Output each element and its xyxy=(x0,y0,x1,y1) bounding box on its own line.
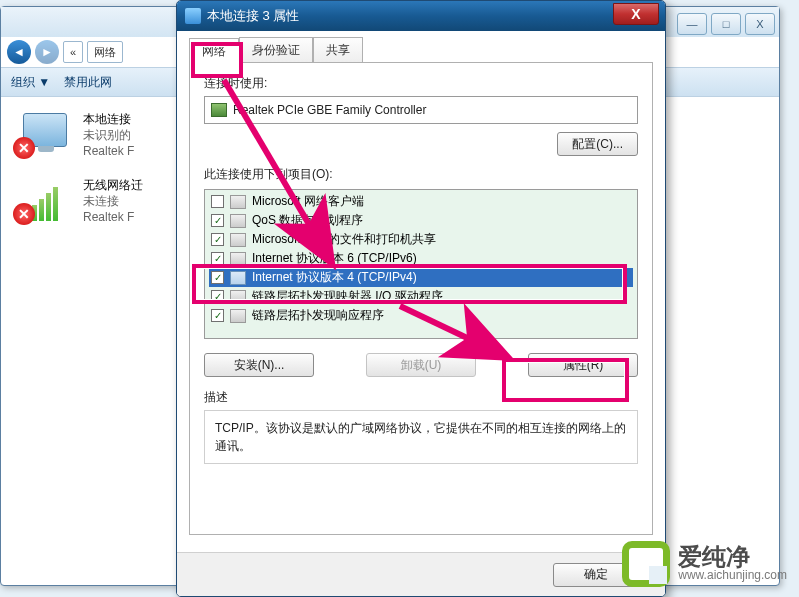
properties-dialog: 本地连接 3 属性 X 网络 身份验证 共享 连接时使用: Realtek PC… xyxy=(176,0,666,597)
watermark-url: www.aichunjing.com xyxy=(678,568,787,582)
net-name: 无线网络迁 xyxy=(83,177,143,193)
dialog-titlebar: 本地连接 3 属性 xyxy=(177,1,665,31)
protocol-icon xyxy=(230,309,246,323)
list-item[interactable]: ✓QoS 数据包计划程序 xyxy=(209,211,633,230)
dialog-close-button[interactable]: X xyxy=(613,3,659,25)
checkbox[interactable]: ✓ xyxy=(211,214,224,227)
dialog-button-row: 确定 xyxy=(177,552,665,596)
lan-icon: ✕ xyxy=(17,111,73,155)
checkbox[interactable]: ✓ xyxy=(211,252,224,265)
list-item[interactable]: Microsoft 网络客户端 xyxy=(209,192,633,211)
tab-pane: 连接时使用: Realtek PCIe GBE Family Controlle… xyxy=(189,63,653,535)
window-controls: — □ X xyxy=(677,9,779,35)
watermark: 爱纯净 www.aichunjing.com xyxy=(622,541,787,587)
description-text: TCP/IP。该协议是默认的广域网络协议，它提供在不同的相互连接的网络上的通讯。 xyxy=(204,410,638,464)
protocol-icon xyxy=(230,290,246,304)
protocol-icon xyxy=(230,271,246,285)
checkbox[interactable]: ✓ xyxy=(211,290,224,303)
toolbar-organize[interactable]: 组织 ▼ xyxy=(11,74,50,91)
list-item[interactable]: ✓链路层拓扑发现映射器 I/O 驱动程序 xyxy=(209,287,633,306)
wifi-icon: ✕ xyxy=(17,177,73,221)
list-item-selected[interactable]: ✓Internet 协议版本 4 (TCP/IPv4) xyxy=(209,268,633,287)
tab-network[interactable]: 网络 xyxy=(189,38,239,63)
description-label: 描述 xyxy=(204,389,638,406)
net-name: 本地连接 xyxy=(83,111,134,127)
list-item[interactable]: ✓Internet 协议版本 6 (TCP/IPv6) xyxy=(209,249,633,268)
connection-items-list[interactable]: Microsoft 网络客户端 ✓QoS 数据包计划程序 ✓Microsoft … xyxy=(204,189,638,339)
service-icon xyxy=(230,233,246,247)
breadcrumb[interactable]: 网络 xyxy=(87,41,123,63)
toolbar-disable[interactable]: 禁用此网 xyxy=(64,74,112,91)
checkbox[interactable] xyxy=(211,195,224,208)
list-item[interactable]: ✓Microsoft 网络的文件和打印机共享 xyxy=(209,230,633,249)
tab-authentication[interactable]: 身份验证 xyxy=(239,37,313,62)
net-status: 未识别的 xyxy=(83,127,134,143)
dialog-tabs: 网络 身份验证 共享 xyxy=(189,37,653,63)
install-button[interactable]: 安装(N)... xyxy=(204,353,314,377)
checkbox[interactable]: ✓ xyxy=(211,233,224,246)
close-button[interactable]: X xyxy=(745,13,775,35)
adapter-icon xyxy=(211,103,227,117)
network-item-lan[interactable]: ✕ 本地连接 未识别的 Realtek F xyxy=(17,111,177,159)
minimize-button[interactable]: — xyxy=(677,13,707,35)
service-icon xyxy=(230,214,246,228)
uninstall-button: 卸载(U) xyxy=(366,353,476,377)
configure-button[interactable]: 配置(C)... xyxy=(557,132,638,156)
net-device: Realtek F xyxy=(83,143,134,159)
maximize-button[interactable]: □ xyxy=(711,13,741,35)
connect-using-label: 连接时使用: xyxy=(204,75,638,92)
network-connections-list: ✕ 本地连接 未识别的 Realtek F ✕ 无线网络迁 未连接 Realte… xyxy=(17,111,177,243)
net-status: 未连接 xyxy=(83,193,143,209)
checkbox[interactable]: ✓ xyxy=(211,271,224,284)
items-label: 此连接使用下列项目(O): xyxy=(204,166,638,183)
net-device: Realtek F xyxy=(83,209,143,225)
protocol-icon xyxy=(230,252,246,266)
watermark-logo-icon xyxy=(622,541,670,587)
adapter-name: Realtek PCIe GBE Family Controller xyxy=(233,103,426,117)
properties-button[interactable]: 属性(R) xyxy=(528,353,638,377)
network-item-wifi[interactable]: ✕ 无线网络迁 未连接 Realtek F xyxy=(17,177,177,225)
tab-sharing[interactable]: 共享 xyxy=(313,37,363,62)
network-icon xyxy=(185,8,201,24)
list-item[interactable]: ✓链路层拓扑发现响应程序 xyxy=(209,306,633,325)
breadcrumb-arrow[interactable]: « xyxy=(63,41,83,63)
adapter-field[interactable]: Realtek PCIe GBE Family Controller xyxy=(204,96,638,124)
watermark-name: 爱纯净 xyxy=(678,546,787,568)
client-icon xyxy=(230,195,246,209)
dialog-title: 本地连接 3 属性 xyxy=(207,7,299,25)
checkbox[interactable]: ✓ xyxy=(211,309,224,322)
back-button[interactable]: ◄ xyxy=(7,40,31,64)
forward-button[interactable]: ► xyxy=(35,40,59,64)
